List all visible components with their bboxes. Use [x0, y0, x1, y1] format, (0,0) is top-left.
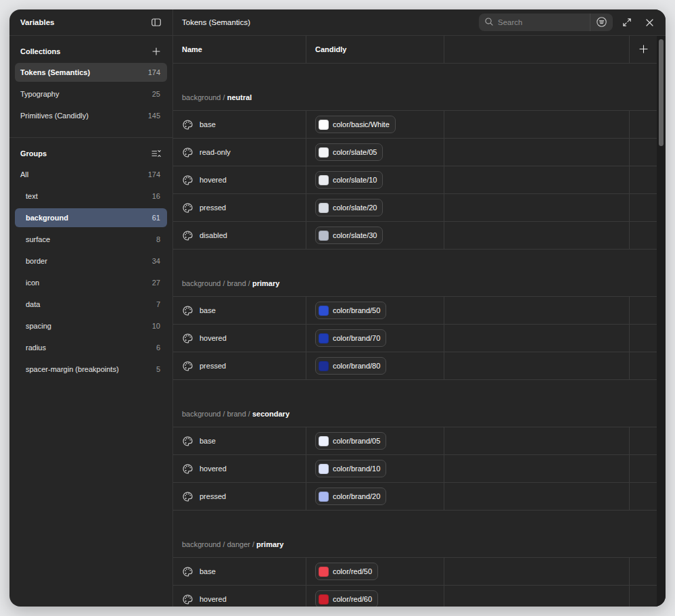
- group-item-icon[interactable]: icon27: [15, 273, 167, 292]
- row-end-cell: [630, 586, 657, 607]
- add-collection-button[interactable]: [148, 43, 164, 60]
- filter-button[interactable]: [590, 14, 613, 31]
- variable-row-background-neutral-hovered[interactable]: hoveredcolor/slate/10: [173, 166, 657, 194]
- empty-cell: [444, 586, 630, 607]
- group-item-label: radius: [26, 343, 46, 352]
- collection-item-tokens-semantics[interactable]: Tokens (Semantics)174: [15, 63, 167, 82]
- variable-value-cell: color/brand/80: [306, 352, 444, 379]
- variable-row-background-brand-primary-base[interactable]: basecolor/brand/50: [173, 297, 657, 325]
- group-item-radius[interactable]: radius6: [15, 338, 167, 357]
- variable-name-cell[interactable]: hovered: [173, 166, 306, 193]
- alias-chip[interactable]: color/basic/White: [315, 116, 396, 133]
- collapse-groups-button[interactable]: [148, 145, 164, 162]
- variable-name-cell[interactable]: pressed: [173, 483, 306, 510]
- variable-value-cell: color/brand/20: [306, 483, 444, 510]
- variable-name-cell[interactable]: read-only: [173, 139, 306, 166]
- variable-row-background-danger-primary-base[interactable]: basecolor/red/50: [173, 558, 657, 586]
- close-icon: [645, 18, 655, 28]
- alias-chip[interactable]: color/slate/30: [315, 227, 383, 244]
- collection-item-typography[interactable]: Typography25: [15, 85, 167, 103]
- group-item-surface[interactable]: surface8: [15, 230, 167, 249]
- variable-name-cell[interactable]: base: [173, 427, 306, 454]
- alias-chip[interactable]: color/brand/80: [315, 357, 386, 375]
- variable-name-cell[interactable]: base: [173, 111, 306, 138]
- group-item-background[interactable]: background61: [15, 208, 167, 227]
- close-button[interactable]: [641, 14, 657, 30]
- alias-chip[interactable]: color/brand/05: [315, 432, 386, 450]
- alias-chip[interactable]: color/slate/05: [315, 143, 383, 161]
- alias-chip[interactable]: color/slate/20: [315, 199, 383, 216]
- vertical-scrollbar[interactable]: [659, 39, 664, 146]
- group-item-data[interactable]: data7: [15, 295, 167, 314]
- variable-row-background-neutral-pressed[interactable]: pressedcolor/slate/20: [173, 194, 657, 222]
- alias-chip[interactable]: color/slate/10: [315, 171, 383, 189]
- variable-name-cell[interactable]: hovered: [173, 325, 306, 352]
- empty-cell: [444, 483, 630, 510]
- variable-name-cell[interactable]: disabled: [173, 222, 306, 249]
- search-input[interactable]: [498, 18, 590, 26]
- toggle-sidebar-button[interactable]: [148, 14, 164, 30]
- variable-name: base: [200, 567, 216, 575]
- variable-name-cell[interactable]: hovered: [173, 586, 306, 607]
- plus-icon: [638, 44, 649, 55]
- collection-item-primitives-candidly[interactable]: Primitives (Candidly)145: [15, 106, 167, 125]
- group-item-count: 7: [156, 300, 160, 308]
- alias-name: color/brand/10: [333, 465, 380, 473]
- section-header-background-brand-primary: background / brand / primary: [173, 250, 657, 297]
- alias-chip[interactable]: color/red/50: [315, 563, 378, 580]
- group-item-spacer-margin-breakpoints[interactable]: spacer-margin (breakpoints)5: [15, 360, 167, 379]
- row-end-cell: [630, 222, 657, 249]
- alias-name: color/red/50: [333, 567, 372, 575]
- color-swatch: [319, 175, 329, 185]
- section-header-background-brand-secondary: background / brand / secondary: [173, 380, 657, 427]
- variable-name: hovered: [200, 465, 227, 473]
- variable-name-cell[interactable]: pressed: [173, 352, 306, 379]
- variable-row-background-brand-primary-hovered[interactable]: hoveredcolor/brand/70: [173, 325, 657, 352]
- collection-item-count: 25: [152, 90, 160, 98]
- expand-button[interactable]: [619, 14, 635, 30]
- main-panel: Tokens (Semantics): [173, 9, 666, 607]
- group-item-all[interactable]: All174: [15, 165, 167, 184]
- variable-value-cell: color/slate/20: [306, 194, 444, 221]
- variable-row-background-brand-secondary-hovered[interactable]: hoveredcolor/brand/10: [173, 455, 657, 483]
- variable-name-cell[interactable]: hovered: [173, 455, 306, 482]
- column-header-name: Name: [173, 36, 306, 63]
- variables-panel: Variables Collections Tokens (Semantics)…: [9, 9, 666, 607]
- groups-label: Groups: [20, 149, 47, 158]
- group-item-count: 174: [148, 170, 160, 179]
- variable-name: disabled: [200, 231, 227, 239]
- group-item-text[interactable]: text16: [15, 187, 167, 206]
- variable-name: hovered: [200, 595, 227, 603]
- alias-chip[interactable]: color/red/60: [315, 590, 378, 607]
- variable-row-background-brand-secondary-pressed[interactable]: pressedcolor/brand/20: [173, 483, 657, 511]
- alias-chip[interactable]: color/brand/50: [315, 302, 386, 319]
- variable-row-background-brand-secondary-base[interactable]: basecolor/brand/05: [173, 427, 657, 455]
- group-item-spacing[interactable]: spacing10: [15, 316, 167, 335]
- group-item-border[interactable]: border34: [15, 252, 167, 270]
- variable-row-background-neutral-base[interactable]: basecolor/basic/White: [173, 111, 657, 139]
- alias-chip[interactable]: color/brand/70: [315, 329, 386, 347]
- add-mode-button[interactable]: [630, 36, 657, 63]
- variable-value-cell: color/basic/White: [306, 111, 444, 138]
- row-end-cell: [630, 483, 657, 510]
- variable-name-cell[interactable]: base: [173, 297, 306, 324]
- search-field-area: [479, 17, 590, 28]
- collection-item-label: Primitives (Candidly): [20, 112, 89, 120]
- alias-name: color/brand/50: [333, 306, 380, 314]
- variable-name-cell[interactable]: pressed: [173, 194, 306, 221]
- table-area: Name Candidly background / neutralbaseco…: [173, 36, 666, 607]
- variable-row-background-danger-primary-hovered[interactable]: hoveredcolor/red/60: [173, 586, 657, 607]
- group-item-count: 27: [152, 279, 160, 287]
- alias-chip[interactable]: color/brand/20: [315, 488, 386, 505]
- variable-name: read-only: [200, 148, 231, 156]
- color-swatch: [319, 203, 329, 213]
- variable-row-background-neutral-disabled[interactable]: disabledcolor/slate/30: [173, 222, 657, 250]
- variable-value-cell: color/slate/10: [306, 166, 444, 193]
- variable-name: base: [200, 120, 216, 128]
- variable-row-background-brand-primary-pressed[interactable]: pressedcolor/brand/80: [173, 352, 657, 380]
- variable-name-cell[interactable]: base: [173, 558, 306, 585]
- variable-row-background-neutral-read-only[interactable]: read-onlycolor/slate/05: [173, 139, 657, 166]
- alias-name: color/brand/05: [333, 437, 380, 445]
- alias-chip[interactable]: color/brand/10: [315, 460, 386, 477]
- variable-name: base: [200, 306, 216, 314]
